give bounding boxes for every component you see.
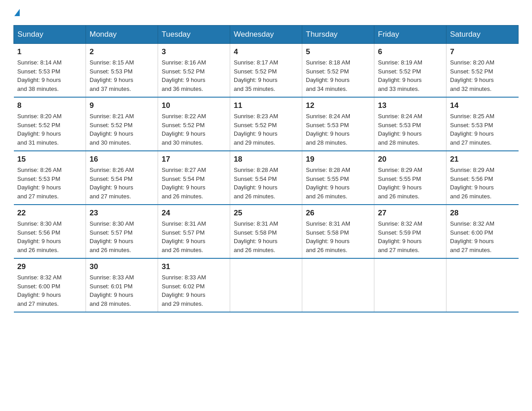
day-info: Sunrise: 8:31 AM Sunset: 5:58 PM Dayligh… xyxy=(234,219,298,254)
calendar-cell: 20 Sunrise: 8:29 AM Sunset: 5:55 PM Dayl… xyxy=(374,151,446,205)
calendar-cell: 7 Sunrise: 8:20 AM Sunset: 5:52 PM Dayli… xyxy=(446,44,519,98)
calendar-cell: 6 Sunrise: 8:19 AM Sunset: 5:52 PM Dayli… xyxy=(374,44,446,98)
calendar-cell: 27 Sunrise: 8:32 AM Sunset: 5:59 PM Dayl… xyxy=(374,205,446,258)
day-info: Sunrise: 8:30 AM Sunset: 5:56 PM Dayligh… xyxy=(17,219,82,254)
logo-text xyxy=(13,9,21,17)
calendar-week-4: 22 Sunrise: 8:30 AM Sunset: 5:56 PM Dayl… xyxy=(14,205,519,258)
calendar-table: SundayMondayTuesdayWednesdayThursdayFrid… xyxy=(13,25,519,313)
calendar-cell: 9 Sunrise: 8:21 AM Sunset: 5:52 PM Dayli… xyxy=(86,97,158,151)
day-info: Sunrise: 8:16 AM Sunset: 5:52 PM Dayligh… xyxy=(162,58,226,93)
calendar-cell: 22 Sunrise: 8:30 AM Sunset: 5:56 PM Dayl… xyxy=(14,205,86,258)
day-info: Sunrise: 8:31 AM Sunset: 5:57 PM Dayligh… xyxy=(162,219,226,254)
calendar-cell: 14 Sunrise: 8:25 AM Sunset: 5:53 PM Dayl… xyxy=(446,97,519,151)
calendar-cell: 25 Sunrise: 8:31 AM Sunset: 5:58 PM Dayl… xyxy=(230,205,302,258)
day-info: Sunrise: 8:32 AM Sunset: 5:59 PM Dayligh… xyxy=(378,219,442,254)
day-number: 12 xyxy=(306,101,370,110)
calendar-cell: 3 Sunrise: 8:16 AM Sunset: 5:52 PM Dayli… xyxy=(158,44,230,98)
day-info: Sunrise: 8:18 AM Sunset: 5:52 PM Dayligh… xyxy=(306,58,370,93)
calendar-cell: 4 Sunrise: 8:17 AM Sunset: 5:52 PM Dayli… xyxy=(230,44,302,98)
day-number: 28 xyxy=(450,209,515,218)
logo xyxy=(13,9,21,17)
day-number: 6 xyxy=(378,47,442,56)
day-info: Sunrise: 8:28 AM Sunset: 5:55 PM Dayligh… xyxy=(306,166,370,201)
calendar-cell: 8 Sunrise: 8:20 AM Sunset: 5:52 PM Dayli… xyxy=(14,97,86,151)
day-number: 30 xyxy=(90,262,154,271)
calendar-header-row: SundayMondayTuesdayWednesdayThursdayFrid… xyxy=(14,26,519,44)
calendar-cell: 21 Sunrise: 8:29 AM Sunset: 5:56 PM Dayl… xyxy=(446,151,519,205)
calendar-cell: 31 Sunrise: 8:33 AM Sunset: 6:02 PM Dayl… xyxy=(158,258,230,312)
calendar-cell: 30 Sunrise: 8:33 AM Sunset: 6:01 PM Dayl… xyxy=(86,258,158,312)
calendar-cell: 15 Sunrise: 8:26 AM Sunset: 5:53 PM Dayl… xyxy=(14,151,86,205)
day-info: Sunrise: 8:33 AM Sunset: 6:02 PM Dayligh… xyxy=(162,273,226,308)
day-info: Sunrise: 8:14 AM Sunset: 5:53 PM Dayligh… xyxy=(17,58,82,93)
day-number: 8 xyxy=(17,101,82,110)
logo-triangle-icon xyxy=(14,9,20,16)
header-friday: Friday xyxy=(374,26,446,44)
day-number: 29 xyxy=(17,262,82,271)
calendar-cell xyxy=(446,258,519,312)
calendar-cell: 2 Sunrise: 8:15 AM Sunset: 5:53 PM Dayli… xyxy=(86,44,158,98)
day-info: Sunrise: 8:26 AM Sunset: 5:53 PM Dayligh… xyxy=(17,166,82,201)
day-info: Sunrise: 8:25 AM Sunset: 5:53 PM Dayligh… xyxy=(450,112,515,147)
calendar-cell: 11 Sunrise: 8:23 AM Sunset: 5:52 PM Dayl… xyxy=(230,97,302,151)
day-number: 9 xyxy=(90,101,154,110)
calendar-week-2: 8 Sunrise: 8:20 AM Sunset: 5:52 PM Dayli… xyxy=(14,97,519,151)
day-info: Sunrise: 8:22 AM Sunset: 5:52 PM Dayligh… xyxy=(162,112,226,147)
header-saturday: Saturday xyxy=(446,26,519,44)
day-number: 1 xyxy=(17,47,82,56)
header-sunday: Sunday xyxy=(14,26,86,44)
calendar-cell: 16 Sunrise: 8:26 AM Sunset: 5:54 PM Dayl… xyxy=(86,151,158,205)
header-tuesday: Tuesday xyxy=(158,26,230,44)
day-info: Sunrise: 8:32 AM Sunset: 6:00 PM Dayligh… xyxy=(17,273,82,308)
day-number: 10 xyxy=(162,101,226,110)
day-number: 7 xyxy=(450,47,515,56)
day-number: 14 xyxy=(450,101,515,110)
day-number: 5 xyxy=(306,47,370,56)
calendar-cell: 24 Sunrise: 8:31 AM Sunset: 5:57 PM Dayl… xyxy=(158,205,230,258)
day-info: Sunrise: 8:31 AM Sunset: 5:58 PM Dayligh… xyxy=(306,219,370,254)
day-number: 18 xyxy=(234,155,298,164)
day-info: Sunrise: 8:24 AM Sunset: 5:53 PM Dayligh… xyxy=(306,112,370,147)
calendar-cell: 5 Sunrise: 8:18 AM Sunset: 5:52 PM Dayli… xyxy=(302,44,374,98)
calendar-cell: 18 Sunrise: 8:28 AM Sunset: 5:54 PM Dayl… xyxy=(230,151,302,205)
day-info: Sunrise: 8:21 AM Sunset: 5:52 PM Dayligh… xyxy=(90,112,154,147)
calendar-cell xyxy=(302,258,374,312)
calendar-week-1: 1 Sunrise: 8:14 AM Sunset: 5:53 PM Dayli… xyxy=(14,44,519,98)
day-number: 17 xyxy=(162,155,226,164)
calendar-cell: 19 Sunrise: 8:28 AM Sunset: 5:55 PM Dayl… xyxy=(302,151,374,205)
day-info: Sunrise: 8:20 AM Sunset: 5:52 PM Dayligh… xyxy=(17,112,82,147)
day-number: 11 xyxy=(234,101,298,110)
day-info: Sunrise: 8:30 AM Sunset: 5:57 PM Dayligh… xyxy=(90,219,154,254)
day-info: Sunrise: 8:29 AM Sunset: 5:56 PM Dayligh… xyxy=(450,166,515,201)
calendar-cell: 26 Sunrise: 8:31 AM Sunset: 5:58 PM Dayl… xyxy=(302,205,374,258)
calendar-week-3: 15 Sunrise: 8:26 AM Sunset: 5:53 PM Dayl… xyxy=(14,151,519,205)
day-number: 25 xyxy=(234,209,298,218)
calendar-cell: 23 Sunrise: 8:30 AM Sunset: 5:57 PM Dayl… xyxy=(86,205,158,258)
day-number: 27 xyxy=(378,209,442,218)
calendar-cell: 17 Sunrise: 8:27 AM Sunset: 5:54 PM Dayl… xyxy=(158,151,230,205)
page-header xyxy=(13,9,519,17)
day-number: 15 xyxy=(17,155,82,164)
calendar-cell: 29 Sunrise: 8:32 AM Sunset: 6:00 PM Dayl… xyxy=(14,258,86,312)
calendar-cell: 13 Sunrise: 8:24 AM Sunset: 5:53 PM Dayl… xyxy=(374,97,446,151)
calendar-cell: 10 Sunrise: 8:22 AM Sunset: 5:52 PM Dayl… xyxy=(158,97,230,151)
day-info: Sunrise: 8:28 AM Sunset: 5:54 PM Dayligh… xyxy=(234,166,298,201)
day-info: Sunrise: 8:29 AM Sunset: 5:55 PM Dayligh… xyxy=(378,166,442,201)
day-number: 20 xyxy=(378,155,442,164)
day-number: 3 xyxy=(162,47,226,56)
header-wednesday: Wednesday xyxy=(230,26,302,44)
day-number: 26 xyxy=(306,209,370,218)
day-info: Sunrise: 8:27 AM Sunset: 5:54 PM Dayligh… xyxy=(162,166,226,201)
day-number: 22 xyxy=(17,209,82,218)
calendar-cell: 28 Sunrise: 8:32 AM Sunset: 6:00 PM Dayl… xyxy=(446,205,519,258)
day-info: Sunrise: 8:15 AM Sunset: 5:53 PM Dayligh… xyxy=(90,58,154,93)
day-number: 4 xyxy=(234,47,298,56)
day-info: Sunrise: 8:26 AM Sunset: 5:54 PM Dayligh… xyxy=(90,166,154,201)
header-thursday: Thursday xyxy=(302,26,374,44)
day-number: 19 xyxy=(306,155,370,164)
day-info: Sunrise: 8:33 AM Sunset: 6:01 PM Dayligh… xyxy=(90,273,154,308)
header-monday: Monday xyxy=(86,26,158,44)
calendar-week-5: 29 Sunrise: 8:32 AM Sunset: 6:00 PM Dayl… xyxy=(14,258,519,312)
calendar-cell: 1 Sunrise: 8:14 AM Sunset: 5:53 PM Dayli… xyxy=(14,44,86,98)
day-number: 16 xyxy=(90,155,154,164)
